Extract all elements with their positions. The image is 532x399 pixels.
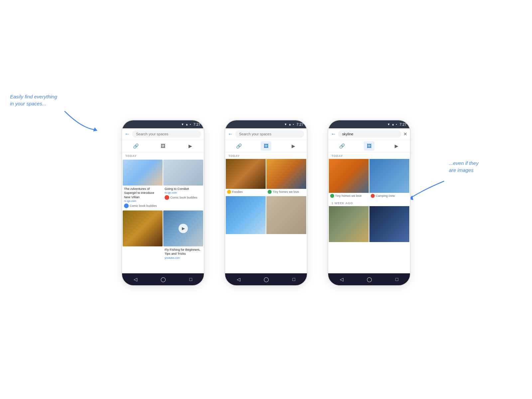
phone1-wifi-icon: ▲ (185, 123, 188, 126)
phone2-avatar-1 (227, 190, 231, 194)
phone3-link-icon: 🔗 (339, 143, 345, 149)
phone3-nav-back[interactable]: ◁ (340, 277, 343, 282)
phone3-avatar-1 (330, 194, 334, 198)
phone1-spacename-2: Comic book buddies (170, 196, 198, 199)
phone3-nav-recents[interactable]: □ (395, 277, 398, 282)
phone3-space-2: Camping crew (376, 194, 395, 198)
phone3-img-personcliff (369, 159, 409, 193)
phone2-img-item-3[interactable] (226, 196, 266, 234)
phone1-item-4[interactable]: ▶ Fly Fishing for Beginners, Tips and Tr… (163, 210, 203, 260)
phone2-battery-icon: ▪ (293, 123, 294, 126)
phone1-back-button[interactable]: ← (125, 131, 130, 137)
phone3-img-city (369, 206, 409, 242)
phone2-image-grid: Foodies Tiny homes we love (225, 159, 307, 234)
phone1-img-food (123, 210, 163, 246)
phone2-search-bar[interactable]: ← (225, 128, 307, 140)
phone1-img-crowd (163, 160, 203, 186)
phone1-link-icon: 🔗 (133, 143, 139, 149)
phone1-domain-4: youtube.com (165, 256, 202, 259)
phone1-nav-recents[interactable]: □ (189, 277, 192, 282)
phone2-img-food (226, 159, 266, 189)
phone2-nav-back[interactable]: ◁ (237, 277, 240, 282)
phone1-nav-home[interactable]: ◯ (161, 277, 166, 282)
phone1-title-2: Going to Comiket (165, 187, 202, 191)
phone2-img-cat (266, 196, 306, 234)
phone1-search-bar[interactable]: ← (122, 128, 204, 140)
phone1-battery-icon: ▪ (190, 123, 191, 126)
annotation-left-text: Easily find everything in your spaces... (10, 94, 57, 106)
phone3-tab-video[interactable]: ▶ (391, 141, 402, 151)
phone2-tab-bar: 🔗 🖼 ▶ (225, 140, 307, 152)
phone1-nav-back[interactable]: ◁ (134, 277, 137, 282)
phone1-play-overlay: ▶ (179, 224, 188, 233)
phone3-nav-home[interactable]: ◯ (367, 277, 372, 282)
phone2-signal-icon: ▼ (284, 123, 287, 126)
phone3-img-item-4[interactable] (369, 206, 409, 242)
phone1-link-grid: The Adventures of Supergirl to Introduce… (122, 159, 204, 209)
phone1-tab-video[interactable]: ▶ (185, 141, 196, 151)
phone3-tab-links[interactable]: 🔗 (336, 141, 347, 151)
phone1-bottom-nav: ◁ ◯ □ (122, 273, 204, 285)
phone2-img-item-2[interactable]: Tiny homes we love (266, 159, 306, 196)
phone1-domain-1: m.ign.com (124, 200, 161, 202)
phone1-item-2[interactable]: Going to Comiket m.ign.com Comic book bu… (163, 160, 203, 209)
arrow-left (62, 108, 101, 136)
phone2-nav-recents[interactable]: □ (292, 277, 295, 282)
annotation-left: Easily find everything in your spaces... (10, 93, 63, 107)
phone2-back-button[interactable]: ← (228, 131, 233, 137)
phone2-avatar-2 (268, 190, 272, 194)
phone3-tab-images[interactable]: 🖼 (364, 141, 374, 151)
phone1-title-1: The Adventures of Supergirl to Introduce… (124, 187, 161, 199)
phone2-img-house (266, 159, 306, 189)
phone1-content: TODAY The Adventures of Supergirl to Int… (122, 152, 204, 273)
phone1-spacename-1: Comic book buddies (130, 204, 157, 207)
phone2-caption-1: Foodies (226, 189, 266, 196)
page-container: Easily find everything in your spaces...… (0, 0, 532, 399)
phone3-signal-icon: ▼ (387, 123, 390, 126)
annotation-right-text: ...even if they are images (449, 160, 478, 173)
phone3-avatar-2 (371, 194, 375, 198)
phone2-time: 7:27 (297, 122, 304, 126)
phone2-wifi-icon: ▲ (288, 123, 291, 126)
phone3-img-item-2[interactable]: Camping crew (369, 159, 409, 200)
phone2-nav-home[interactable]: ◯ (264, 277, 269, 282)
phone1-tab-links[interactable]: 🔗 (130, 141, 141, 151)
phone3-image-icon: 🖼 (367, 143, 371, 149)
phone1-tab-images[interactable]: 🖼 (158, 141, 168, 151)
phone3-img-item-1[interactable]: Tiny homes we love (329, 159, 369, 200)
phone2-tab-images[interactable]: 🖼 (261, 141, 271, 151)
phone3-wifi-icon: ▲ (391, 123, 394, 126)
phone3-search-input[interactable] (338, 130, 401, 138)
phone1-bottom-grid: ▶ Fly Fishing for Beginners, Tips and Tr… (122, 210, 204, 261)
phone1-search-input[interactable] (132, 130, 201, 138)
phone3-clear-button[interactable]: ✕ (403, 131, 407, 137)
phone3-img-item-3[interactable] (329, 206, 369, 242)
phone1-img-anime (123, 160, 163, 186)
phone1-status-bar: ▼ ▲ ▪ 7:27 (122, 120, 204, 128)
phone1-image-icon: 🖼 (161, 143, 165, 149)
phone1-avatar-2 (165, 195, 169, 200)
phone2-link-icon: 🔗 (236, 143, 242, 149)
phone3-status-bar: ▼ ▲ ▪ 7:27 (328, 120, 410, 128)
annotation-right: ...even if they are images (449, 160, 499, 174)
phone3-battery-icon: ▪ (396, 123, 397, 126)
phone1-video-icon: ▶ (189, 143, 192, 149)
phone2-search-input[interactable] (235, 130, 304, 138)
phone3-today-grid: Tiny homes we love Camping crew (328, 159, 410, 200)
phone2-section-today: TODAY (225, 152, 307, 159)
phone2-tab-video[interactable]: ▶ (288, 141, 299, 151)
phone3-search-bar[interactable]: ← ✕ (328, 128, 410, 140)
phone1-time: 7:27 (194, 122, 200, 126)
phone1-domain-2: m.ign.com (165, 191, 202, 194)
phone1-item-1[interactable]: The Adventures of Supergirl to Introduce… (123, 160, 163, 209)
phone2-bottom-nav: ◁ ◯ □ (225, 273, 307, 285)
phone3-back-button[interactable]: ← (331, 131, 336, 137)
phone2-space-1: Foodies (232, 190, 243, 194)
phone2-content: TODAY Foodies (225, 152, 307, 273)
phone2-img-item-4[interactable] (266, 196, 306, 234)
phone2-img-item-1[interactable]: Foodies (226, 159, 266, 196)
phone2-tab-links[interactable]: 🔗 (233, 141, 244, 151)
phone3-week-grid (328, 206, 410, 242)
phone1-signal-icon: ▼ (181, 123, 184, 126)
phone1-item-3[interactable] (123, 210, 163, 260)
